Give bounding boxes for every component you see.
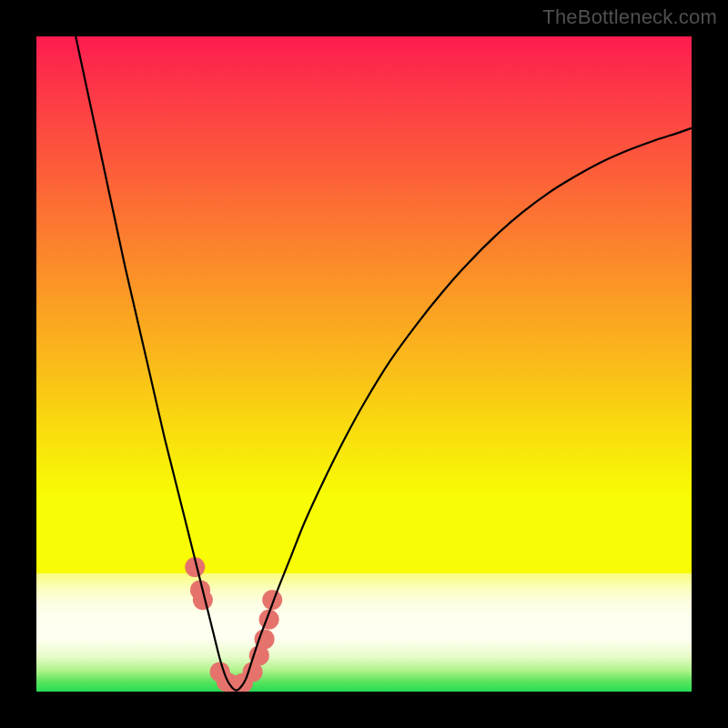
curve-layer [36,36,692,692]
bottleneck-curve [76,36,692,691]
chart-frame: TheBottleneck.com [0,0,728,728]
watermark-text: TheBottleneck.com [542,5,717,29]
plot-area [36,36,692,692]
